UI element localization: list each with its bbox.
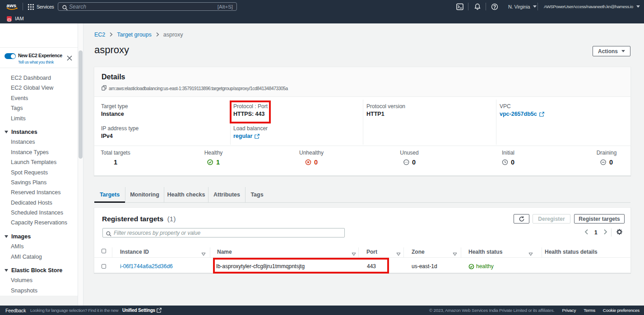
external-link-icon (157, 308, 162, 313)
select-all-checkbox[interactable] (102, 249, 106, 253)
pinned-service-iam[interactable]: IAM (7, 15, 24, 22)
gear-icon[interactable] (616, 228, 623, 237)
sidebar-item-ec2-global-view[interactable]: EC2 Global View (0, 83, 78, 93)
field-label: Load balancer (233, 125, 268, 132)
cell-zone: us-east-1d (412, 263, 437, 269)
stat-label: Initial (502, 150, 514, 156)
sidebar-item-tags[interactable]: Tags (0, 103, 78, 113)
sidebar-item-ami-catalog[interactable]: AMI Catalog (0, 252, 78, 262)
sidebar-item-events[interactable]: Events (0, 93, 78, 103)
cloudshell-icon[interactable] (456, 3, 463, 10)
sort-icon[interactable] (201, 250, 206, 258)
sort-icon[interactable] (396, 250, 401, 258)
services-menu[interactable]: Services (37, 0, 54, 13)
refresh-button[interactable] (514, 214, 529, 224)
copyright: © 2023, Amazon Web Services India Privat… (429, 308, 555, 313)
tab-targets[interactable]: Targets (94, 187, 125, 202)
column-header-zone[interactable]: Zone (412, 249, 425, 255)
svg-text:aws: aws (7, 3, 17, 8)
stat-value: 1 (114, 159, 117, 166)
sidebar-item-limits[interactable]: Limits (0, 114, 78, 123)
sidebar-item-spot-requests[interactable]: Spot Requests (0, 168, 78, 178)
field-value[interactable]: regular (233, 133, 259, 139)
chevron-down-icon (621, 50, 625, 52)
register-targets-button[interactable]: Register targets (574, 214, 625, 224)
stat-healthy: Healthy1 (204, 150, 223, 166)
close-icon[interactable] (67, 55, 72, 60)
sidebar-item-launch-templates[interactable]: Launch Templates (0, 157, 78, 167)
sort-icon[interactable] (528, 250, 533, 258)
sidebar-item-reserved-instances[interactable]: Reserved Instances (0, 187, 78, 197)
sidebar-item-instance-types[interactable]: Instance Types (0, 147, 78, 157)
breadcrumb-target-groups[interactable]: Target groups (117, 32, 151, 38)
actions-button[interactable]: Actions (593, 46, 630, 56)
sidebar-item-ec2-dashboard[interactable]: EC2 Dashboard (0, 73, 78, 83)
sidebar-item-amis[interactable]: AMIs (0, 242, 78, 251)
field-value: IPv4 (101, 133, 113, 139)
terms-link[interactable]: Terms (584, 308, 595, 313)
chevron-right-icon (109, 32, 113, 37)
sidebar-item-savings-plans[interactable]: Savings Plans (0, 178, 78, 187)
account-label: AWSPowerUserAccess/navaneeth.kn@harness.… (544, 4, 633, 9)
services-grid-icon[interactable] (28, 4, 34, 12)
field-value[interactable]: vpc-2657db5c (500, 111, 544, 117)
breadcrumb-current: asproxy (163, 32, 183, 38)
sidebar-nav: EC2 DashboardEC2 Global ViewEventsTagsLi… (0, 73, 78, 296)
next-page-icon[interactable] (603, 228, 607, 237)
breadcrumb-ec2[interactable]: EC2 (94, 32, 105, 38)
previous-page-icon[interactable] (584, 228, 588, 237)
nav-divider (537, 3, 538, 10)
iam-service-icon (7, 16, 12, 21)
tab-monitoring[interactable]: Monitoring (125, 187, 164, 202)
sidebar-scrollbar[interactable] (78, 23, 83, 306)
column-divider (403, 247, 404, 257)
tab-health-checks[interactable]: Health checks (164, 187, 208, 202)
tabs: TargetsMonitoringHealth checksAttributes… (94, 187, 269, 203)
sidebar-item-instances[interactable]: Instances (0, 137, 78, 147)
sidebar-item-snapshots[interactable]: Snapshots (0, 286, 78, 296)
triangle-down-icon (5, 235, 8, 238)
account-menu[interactable]: AWSPowerUserAccess/navaneeth.kn@harness.… (544, 0, 640, 13)
sidebar-item-capacity-reservations[interactable]: Capacity Reservations (0, 218, 78, 228)
column-header-port[interactable]: Port (366, 249, 377, 255)
new-experience-feedback-link[interactable]: Tell us what you think (18, 60, 54, 64)
sort-icon[interactable] (352, 250, 356, 258)
deregister-button[interactable]: Deregister (533, 214, 570, 224)
cell-instance-id[interactable]: i-06f1744a6a25d36d6 (120, 263, 173, 269)
search-input[interactable] (69, 3, 204, 10)
filter-input[interactable] (114, 228, 339, 237)
chevron-right-icon (156, 32, 159, 37)
copy-icon[interactable] (102, 85, 107, 91)
sidebar-section-images: Images (0, 232, 78, 242)
new-experience-toggle[interactable] (5, 53, 16, 59)
heading-text: Registered targets (102, 215, 163, 223)
help-icon[interactable] (491, 3, 498, 10)
privacy-link[interactable]: Privacy (562, 308, 576, 313)
tab-attributes[interactable]: Attributes (208, 187, 245, 202)
cookie-preferences-link[interactable]: Cookie preferences (603, 308, 639, 313)
page-number[interactable]: 1 (594, 229, 598, 236)
global-search[interactable]: [Alt+S] (58, 2, 237, 11)
aws-logo[interactable]: aws (6, 2, 19, 13)
tab-tags[interactable]: Tags (245, 187, 269, 202)
feedback-link[interactable]: Feedback (5, 308, 26, 313)
column-header-health-status-details[interactable]: Health status details (545, 249, 598, 255)
unified-settings-link[interactable]: Unified Settings (122, 308, 162, 313)
filter-box[interactable] (102, 228, 345, 237)
page-title: asproxy (94, 44, 129, 56)
column-header-name[interactable]: Name (217, 249, 232, 255)
scrollbar-thumb[interactable] (79, 50, 83, 159)
sidebar-section-elastic-block-store: Elastic Block Store (0, 265, 78, 275)
sidebar-item-volumes[interactable]: Volumes (0, 275, 78, 285)
row-checkbox[interactable] (102, 264, 106, 269)
search-icon (62, 4, 68, 12)
stat-draining: Draining0 (597, 150, 617, 166)
column-header-health-status[interactable]: Health status (468, 249, 502, 255)
column-header-instance-id[interactable]: Instance ID (120, 249, 149, 255)
sort-icon[interactable] (453, 250, 457, 258)
sidebar-item-scheduled-instances[interactable]: Scheduled Instances (0, 208, 78, 218)
heading-count: (1) (167, 215, 176, 223)
sidebar-item-dedicated-hosts[interactable]: Dedicated Hosts (0, 198, 78, 208)
region-selector[interactable]: N. Virginia (508, 0, 537, 13)
notifications-bell-icon[interactable] (474, 3, 481, 10)
